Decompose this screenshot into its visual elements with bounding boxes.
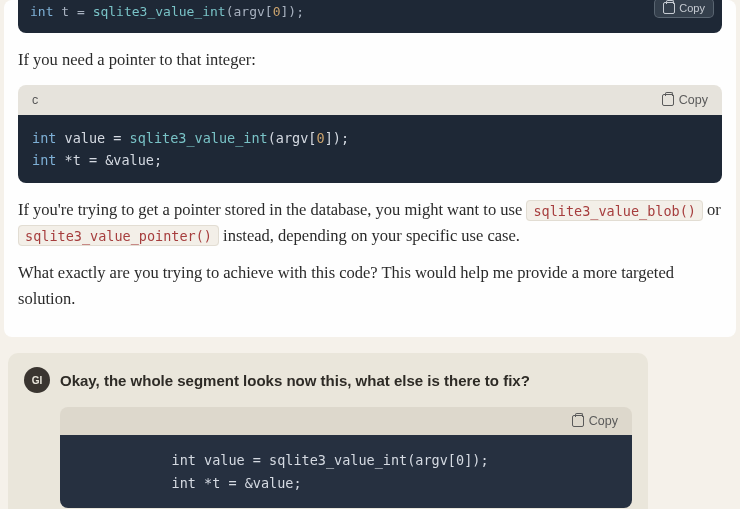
inline-code: sqlite3_value_pointer() xyxy=(18,225,219,246)
paragraph: If you need a pointer to that integer: xyxy=(18,47,722,73)
inline-code: sqlite3_value_blob() xyxy=(526,200,703,221)
paragraph: If you're trying to get a pointer stored… xyxy=(18,197,722,248)
code-body: int value = sqlite3_value_int(argv[0]); … xyxy=(18,115,722,184)
clipboard-icon xyxy=(663,2,675,14)
code-body: int value = sqlite3_value_int(argv[0]); … xyxy=(60,435,632,508)
copy-label: Copy xyxy=(589,414,618,428)
user-text: Okay, the whole segment looks now this, … xyxy=(60,372,530,389)
code-block-partial: Copy int t = sqlite3_value_int(argv[0]); xyxy=(18,0,722,33)
code-block: c Copy int value = sqlite3_value_int(arg… xyxy=(18,85,722,184)
code-block: Copy int value = sqlite3_value_int(argv[… xyxy=(60,407,632,508)
copy-label: Copy xyxy=(679,2,705,14)
user-message-header: GI Okay, the whole segment looks now thi… xyxy=(24,367,632,393)
copy-label: Copy xyxy=(679,93,708,107)
clipboard-icon xyxy=(662,94,674,106)
paragraph: What exactly are you trying to achieve w… xyxy=(18,260,722,311)
code-header: c Copy xyxy=(18,85,722,115)
avatar: GI xyxy=(24,367,50,393)
copy-button[interactable]: Copy xyxy=(662,93,708,107)
code-language-label: c xyxy=(32,93,38,107)
assistant-message: Copy int t = sqlite3_value_int(argv[0]);… xyxy=(4,0,736,337)
clipboard-icon xyxy=(572,415,584,427)
user-message: GI Okay, the whole segment looks now thi… xyxy=(8,353,648,509)
copy-button[interactable]: Copy xyxy=(654,0,714,18)
copy-button[interactable]: Copy xyxy=(60,407,632,435)
